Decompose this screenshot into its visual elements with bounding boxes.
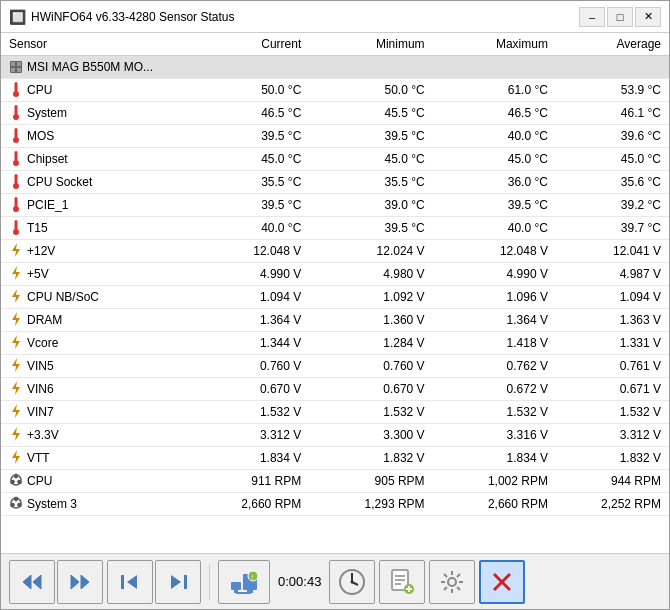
volt-icon <box>9 403 23 422</box>
temp-icon <box>9 127 23 146</box>
sensor-maximum-cell: 61.0 °C <box>433 79 556 102</box>
svg-point-38 <box>15 501 18 504</box>
svg-rect-17 <box>15 220 18 230</box>
sensor-maximum-cell: 12.048 V <box>433 240 556 263</box>
table-row[interactable]: System46.5 °C45.5 °C46.5 °C46.1 °C <box>1 102 669 125</box>
table-row[interactable]: +5V4.990 V4.980 V4.990 V4.987 V <box>1 263 669 286</box>
group-name: MSI MAG B550M MO... <box>27 60 153 74</box>
svg-rect-13 <box>15 174 18 184</box>
sensor-name-cell: Chipset <box>1 148 186 170</box>
sensor-minimum-cell: 3.300 V <box>309 424 432 447</box>
skip-back-button[interactable] <box>107 560 153 604</box>
table-row[interactable]: T1540.0 °C39.5 °C40.0 °C39.7 °C <box>1 217 669 240</box>
volt-icon <box>9 380 23 399</box>
svg-rect-9 <box>15 128 18 138</box>
sensor-table: Sensor Current Minimum Maximum Average M… <box>1 33 669 516</box>
sensor-name: DRAM <box>27 313 62 327</box>
sensor-minimum-cell: 39.5 °C <box>309 217 432 240</box>
svg-marker-27 <box>12 427 20 441</box>
sensor-minimum-cell: 4.980 V <box>309 263 432 286</box>
sensor-name-cell: System <box>1 102 186 124</box>
sensor-average-cell: 45.0 °C <box>556 148 669 171</box>
svg-rect-7 <box>15 105 18 115</box>
svg-point-30 <box>14 473 18 478</box>
exit-button[interactable] <box>479 560 525 604</box>
timer-value: 0:00:43 <box>278 574 321 589</box>
group-cell-current <box>186 56 309 79</box>
sensor-name: CPU <box>27 83 52 97</box>
network-button[interactable]: ↑ <box>218 560 270 604</box>
svg-rect-11 <box>15 151 18 161</box>
skip-forward-button[interactable] <box>155 560 201 604</box>
sensor-minimum-cell: 1,293 RPM <box>309 493 432 516</box>
table-row[interactable]: CPU50.0 °C50.0 °C61.0 °C53.9 °C <box>1 79 669 102</box>
col-header-average: Average <box>556 33 669 56</box>
title-bar: 🔲 HWiNFO64 v6.33-4280 Sensor Status – □ … <box>1 1 669 33</box>
table-row[interactable]: CPU911 RPM905 RPM1,002 RPM944 RPM <box>1 470 669 493</box>
sensor-maximum-cell: 39.5 °C <box>433 194 556 217</box>
volt-icon <box>9 426 23 445</box>
svg-rect-3 <box>11 68 15 72</box>
svg-marker-39 <box>23 575 31 589</box>
svg-marker-23 <box>12 335 20 349</box>
table-row[interactable]: Chipset45.0 °C45.0 °C45.0 °C45.0 °C <box>1 148 669 171</box>
sensor-maximum-cell: 1.096 V <box>433 286 556 309</box>
sensor-current-cell: 45.0 °C <box>186 148 309 171</box>
sensor-average-cell: 0.761 V <box>556 355 669 378</box>
sensor-minimum-cell: 1.360 V <box>309 309 432 332</box>
group-cell-maximum <box>433 56 556 79</box>
sensor-name-cell: System 3 <box>1 493 186 515</box>
table-row[interactable]: +12V12.048 V12.024 V12.048 V12.041 V <box>1 240 669 263</box>
minimize-button[interactable]: – <box>579 7 605 27</box>
sensor-name: T15 <box>27 221 48 235</box>
sensor-name-cell: +12V <box>1 240 186 262</box>
sensor-current-cell: 1.364 V <box>186 309 309 332</box>
table-row[interactable]: VTT1.834 V1.832 V1.834 V1.832 V <box>1 447 669 470</box>
clock-button[interactable] <box>329 560 375 604</box>
sensor-maximum-cell: 1.532 V <box>433 401 556 424</box>
svg-point-57 <box>351 580 354 583</box>
svg-line-72 <box>457 574 460 577</box>
table-row[interactable]: CPU NB/SoC1.094 V1.092 V1.096 V1.094 V <box>1 286 669 309</box>
table-row[interactable]: VIN50.760 V0.760 V0.762 V0.761 V <box>1 355 669 378</box>
table-row[interactable]: System 32,660 RPM1,293 RPM2,660 RPM2,252… <box>1 493 669 516</box>
sensor-maximum-cell: 0.672 V <box>433 378 556 401</box>
nav-forward-button[interactable] <box>57 560 103 604</box>
temp-icon <box>9 150 23 169</box>
sensor-current-cell: 1.094 V <box>186 286 309 309</box>
sensor-minimum-cell: 1.284 V <box>309 332 432 355</box>
svg-marker-26 <box>12 404 20 418</box>
sensor-minimum-cell: 1.832 V <box>309 447 432 470</box>
table-row[interactable]: MOS39.5 °C39.5 °C40.0 °C39.6 °C <box>1 125 669 148</box>
sensor-average-cell: 3.312 V <box>556 424 669 447</box>
table-row[interactable]: VIN60.670 V0.670 V0.672 V0.671 V <box>1 378 669 401</box>
maximize-button[interactable]: □ <box>607 7 633 27</box>
nav-back-button[interactable] <box>9 560 55 604</box>
svg-marker-28 <box>12 450 20 464</box>
temp-icon <box>9 81 23 100</box>
svg-rect-2 <box>17 62 21 66</box>
table-row[interactable]: +3.3V3.312 V3.300 V3.316 V3.312 V <box>1 424 669 447</box>
volt-icon <box>9 449 23 468</box>
table-row[interactable]: MSI MAG B550M MO... <box>1 56 669 79</box>
sensor-current-cell: 1.532 V <box>186 401 309 424</box>
sensor-name: System <box>27 106 67 120</box>
table-row[interactable]: CPU Socket35.5 °C35.5 °C36.0 °C35.6 °C <box>1 171 669 194</box>
sensor-average-cell: 46.1 °C <box>556 102 669 125</box>
svg-line-73 <box>444 587 447 590</box>
table-row[interactable]: DRAM1.364 V1.360 V1.364 V1.363 V <box>1 309 669 332</box>
document-button[interactable] <box>379 560 425 604</box>
table-row[interactable]: PCIE_139.5 °C39.0 °C39.5 °C39.2 °C <box>1 194 669 217</box>
settings-button[interactable] <box>429 560 475 604</box>
sensor-current-cell: 46.5 °C <box>186 102 309 125</box>
svg-point-18 <box>13 229 19 235</box>
sensor-average-cell: 944 RPM <box>556 470 669 493</box>
sensor-maximum-cell: 40.0 °C <box>433 125 556 148</box>
table-row[interactable]: Vcore1.344 V1.284 V1.418 V1.331 V <box>1 332 669 355</box>
col-header-current: Current <box>186 33 309 56</box>
svg-marker-25 <box>12 381 20 395</box>
close-button[interactable]: ✕ <box>635 7 661 27</box>
svg-point-10 <box>13 137 19 143</box>
temp-icon <box>9 196 23 215</box>
table-row[interactable]: VIN71.532 V1.532 V1.532 V1.532 V <box>1 401 669 424</box>
